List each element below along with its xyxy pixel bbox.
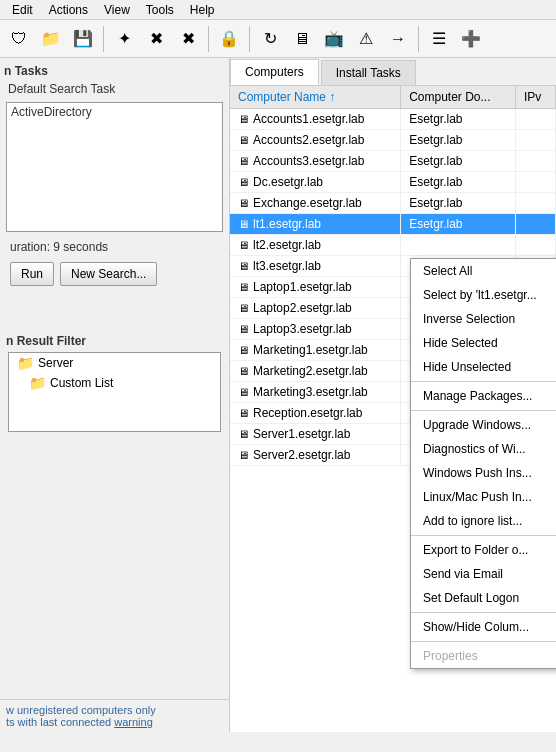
save-button[interactable]: 💾 [68, 24, 98, 54]
active-directory-item[interactable]: ActiveDirectory [7, 103, 222, 121]
context-menu-item[interactable]: Select by 'lt1.esetgr... [411, 283, 556, 307]
col-computer-name[interactable]: Computer Name ↑ [230, 86, 401, 109]
cell-computer-name: 🖥Marketing1.esetgr.lab [230, 340, 401, 361]
computer-icon: 🖥 [238, 386, 249, 398]
tasks-section: n Tasks Default Search Task ActiveDirect… [0, 58, 229, 328]
add-button[interactable]: ➕ [456, 24, 486, 54]
filter-custom-item[interactable]: 📁 Custom List [9, 373, 220, 393]
computer-icon: 🖥 [238, 260, 249, 272]
cell-computer-name: 🖥Marketing3.esetgr.lab [230, 382, 401, 403]
right-panel: Computers Install Tasks Computer Name ↑ … [230, 58, 556, 732]
filter-server-item[interactable]: 📁 Server [9, 353, 220, 373]
computer-icon: 🖥 [238, 281, 249, 293]
menu-edit[interactable]: Edit [4, 1, 41, 19]
active-directory-box[interactable]: ActiveDirectory [6, 102, 223, 232]
context-menu-item[interactable]: Diagnostics of Wi... [411, 437, 556, 461]
cell-ipv [515, 151, 555, 172]
new-button[interactable]: ✦ [109, 24, 139, 54]
menubar: Edit Actions View Tools Help [0, 0, 556, 20]
col-ipv[interactable]: IPv [515, 86, 555, 109]
cell-domain: Esetgr.lab [401, 109, 516, 130]
warning-button[interactable]: ⚠ [351, 24, 381, 54]
context-menu-item[interactable]: Set Default Logon [411, 586, 556, 610]
refresh-button[interactable]: ↻ [255, 24, 285, 54]
cell-computer-name: 🖥lt2.esetgr.lab [230, 235, 401, 256]
computer-icon: 🖥 [238, 155, 249, 167]
context-menu-item[interactable]: Linux/Mac Push In... [411, 485, 556, 509]
duration-row: uration: 9 seconds [4, 236, 225, 258]
toolbar-sep-4 [418, 26, 419, 52]
menu2-button[interactable]: ☰ [424, 24, 454, 54]
monitor2-button[interactable]: 📺 [319, 24, 349, 54]
cell-computer-name: 🖥Accounts3.esetgr.lab [230, 151, 401, 172]
table-row[interactable]: 🖥Accounts3.esetgr.labEsetgr.lab [230, 151, 556, 172]
table-row[interactable]: 🖥Exchange.esetgr.labEsetgr.lab [230, 193, 556, 214]
table-header-row: Computer Name ↑ Computer Do... IPv [230, 86, 556, 109]
computer-icon: 🖥 [238, 407, 249, 419]
context-menu-item[interactable]: Show/Hide Colum... [411, 615, 556, 639]
table-row[interactable]: 🖥lt2.esetgr.lab [230, 235, 556, 256]
filter-section: n Result Filter 📁 Server 📁 Custom List [0, 328, 229, 438]
cell-computer-name: 🖥Reception.esetgr.lab [230, 403, 401, 424]
menu-help[interactable]: Help [182, 1, 223, 19]
computer-icon: 🖥 [238, 134, 249, 146]
warning-link[interactable]: warning [114, 716, 153, 728]
computer-icon: 🖥 [238, 302, 249, 314]
table-row[interactable]: 🖥Dc.esetgr.labEsetgr.lab [230, 172, 556, 193]
cell-computer-name: 🖥Dc.esetgr.lab [230, 172, 401, 193]
menu-tools[interactable]: Tools [138, 1, 182, 19]
button-row: Run New Search... [4, 258, 225, 290]
cell-ipv [515, 193, 555, 214]
cell-domain: Esetgr.lab [401, 151, 516, 172]
table-row[interactable]: 🖥lt1.esetgr.labEsetgr.lab [230, 214, 556, 235]
lock-button[interactable]: 🔒 [214, 24, 244, 54]
unregistered-text: w unregistered computers only [6, 704, 223, 716]
table-row[interactable]: 🖥Accounts1.esetgr.labEsetgr.lab [230, 109, 556, 130]
default-task-item[interactable]: Default Search Task [4, 80, 225, 98]
computer-icon: 🖥 [238, 428, 249, 440]
context-menu-item[interactable]: Upgrade Windows... [411, 413, 556, 437]
delete-button[interactable]: ✖ [141, 24, 171, 54]
cell-computer-name: 🖥Laptop1.esetgr.lab [230, 277, 401, 298]
left-panel: n Tasks Default Search Task ActiveDirect… [0, 58, 230, 732]
tab-computers[interactable]: Computers [230, 59, 319, 85]
context-menu-item[interactable]: Hide Selected [411, 331, 556, 355]
toolbar: 🛡 📁 💾 ✦ ✖ ✖ 🔒 ↻ 🖥 📺 ⚠ → ☰ ➕ [0, 20, 556, 58]
col-computer-domain[interactable]: Computer Do... [401, 86, 516, 109]
context-menu-item[interactable]: Select All [411, 259, 556, 283]
close-button[interactable]: ✖ [173, 24, 203, 54]
bottom-info: w unregistered computers only ts with la… [0, 699, 229, 732]
table-row[interactable]: 🖥Accounts2.esetgr.labEsetgr.lab [230, 130, 556, 151]
cell-ipv [515, 109, 555, 130]
cell-computer-name: 🖥Accounts1.esetgr.lab [230, 109, 401, 130]
context-menu-item[interactable]: Windows Push Ins... [411, 461, 556, 485]
context-menu-item[interactable]: Export to Folder o... [411, 538, 556, 562]
arrow-button[interactable]: → [383, 24, 413, 54]
context-menu-item[interactable]: Manage Packages... [411, 384, 556, 408]
folder-icon: 📁 [17, 355, 34, 371]
context-menu-item[interactable]: Inverse Selection [411, 307, 556, 331]
folder-icon-2: 📁 [29, 375, 46, 391]
cell-computer-name: 🖥Exchange.esetgr.lab [230, 193, 401, 214]
computer-icon: 🖥 [238, 449, 249, 461]
context-menu-item: Properties [411, 644, 556, 668]
new-search-button[interactable]: New Search... [60, 262, 157, 286]
shield-button[interactable]: 🛡 [4, 24, 34, 54]
context-menu-item[interactable]: Send via Email [411, 562, 556, 586]
cell-ipv [515, 130, 555, 151]
tab-install-tasks[interactable]: Install Tasks [321, 60, 416, 85]
cell-domain: Esetgr.lab [401, 214, 516, 235]
context-menu-separator [411, 612, 556, 613]
toolbar-sep-1 [103, 26, 104, 52]
menu-actions[interactable]: Actions [41, 1, 96, 19]
monitor1-button[interactable]: 🖥 [287, 24, 317, 54]
open-button[interactable]: 📁 [36, 24, 66, 54]
run-button[interactable]: Run [10, 262, 54, 286]
cell-computer-name: 🖥lt1.esetgr.lab [230, 214, 401, 235]
tab-bar: Computers Install Tasks [230, 58, 556, 86]
context-menu-item[interactable]: Add to ignore list... [411, 509, 556, 533]
context-menu-item[interactable]: Hide Unselected [411, 355, 556, 379]
cell-computer-name: 🖥Laptop2.esetgr.lab [230, 298, 401, 319]
computer-icon: 🖥 [238, 113, 249, 125]
menu-view[interactable]: View [96, 1, 138, 19]
